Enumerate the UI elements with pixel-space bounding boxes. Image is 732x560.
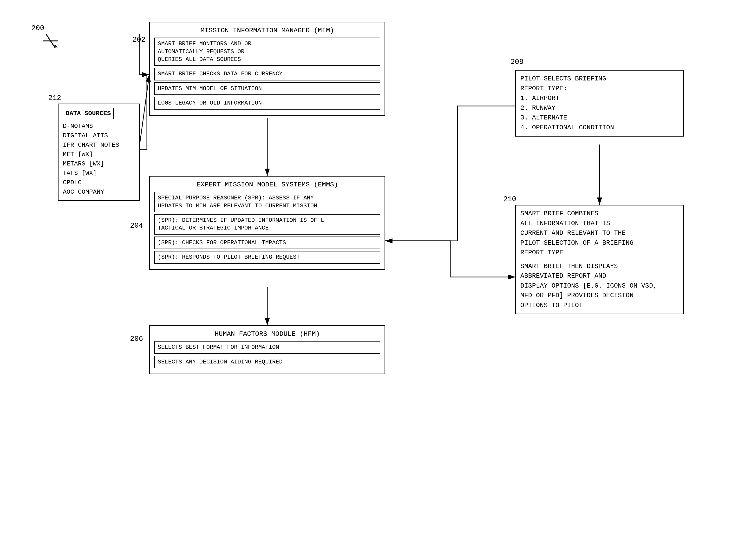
data-sources-list: D-NOTAMS DIGITAL ATIS IFR CHART NOTES ME… xyxy=(63,122,135,197)
emms-item-1: SPECIAL PURPOSE REASONER (SPR): ASSESS I… xyxy=(154,192,380,212)
mim-box: MISSION INFORMATION MANAGER (MIM) SMART … xyxy=(149,22,385,116)
mim-item-1: SMART BRIEF MONITORS AND ORAUTOMATICALLY… xyxy=(154,38,380,66)
ref-202: 202 xyxy=(132,36,146,44)
hfm-item-1: SELECTS BEST FORMAT FOR INFORMATION xyxy=(154,341,380,354)
emms-item-2: (SPR): DETERMINES IF UPDATED INFORMATION… xyxy=(154,214,380,235)
figure-label: 200 xyxy=(31,24,44,32)
pilot-select-box: PILOT SELECTS BRIEFING REPORT TYPE: 1. A… xyxy=(515,70,684,137)
figure-arrow xyxy=(41,31,60,54)
svg-line-4 xyxy=(140,75,149,145)
smart-brief-box: SMART BRIEF COMBINES ALL INFORMATION THA… xyxy=(515,205,684,314)
ref-206: 206 xyxy=(130,335,143,343)
mim-item-3: UPDATES MIM MODEL OF SITUATION xyxy=(154,82,380,95)
mim-item-2: SMART BRIEF CHECKS DATA FOR CURRENCY xyxy=(154,68,380,80)
diagram-container: 200 202 MISSION INFORMATION MANAGER (MIM… xyxy=(0,0,732,560)
emms-title: EXPERT MISSION MODEL SYSTEMS (EMMS) xyxy=(154,180,380,189)
ref-210: 210 xyxy=(503,195,516,203)
data-sources-label: DATA SOURCES xyxy=(63,108,114,119)
ref-204: 204 xyxy=(130,222,143,230)
mim-item-4: LOGS LEGACY OR OLD INFORMATION xyxy=(154,97,380,109)
smart-brief-text2: SMART BRIEF THEN DISPLAYS ABBREVIATED RE… xyxy=(520,262,679,310)
smart-brief-text1: SMART BRIEF COMBINES ALL INFORMATION THA… xyxy=(520,209,679,258)
data-sources-box: DATA SOURCES D-NOTAMS DIGITAL ATIS IFR C… xyxy=(58,104,140,201)
pilot-select-text: PILOT SELECTS BRIEFING REPORT TYPE: 1. A… xyxy=(520,74,679,132)
emms-item-3: (SPR): CHECKS FOR OPERATIONAL IMPACTS xyxy=(154,237,380,249)
ref-212: 212 xyxy=(48,94,61,102)
emms-item-4: (SPR): RESPONDS TO PILOT BRIEFING REQUES… xyxy=(154,251,380,264)
emms-box: EXPERT MISSION MODEL SYSTEMS (EMMS) SPEC… xyxy=(149,176,385,270)
hfm-box: HUMAN FACTORS MODULE (HFM) SELECTS BEST … xyxy=(149,325,385,374)
mim-title: MISSION INFORMATION MANAGER (MIM) xyxy=(154,26,380,35)
ref-208: 208 xyxy=(510,58,523,66)
hfm-item-2: SELECTS ANY DECISION AIDING REQUIRED xyxy=(154,356,380,368)
hfm-title: HUMAN FACTORS MODULE (HFM) xyxy=(154,329,380,339)
